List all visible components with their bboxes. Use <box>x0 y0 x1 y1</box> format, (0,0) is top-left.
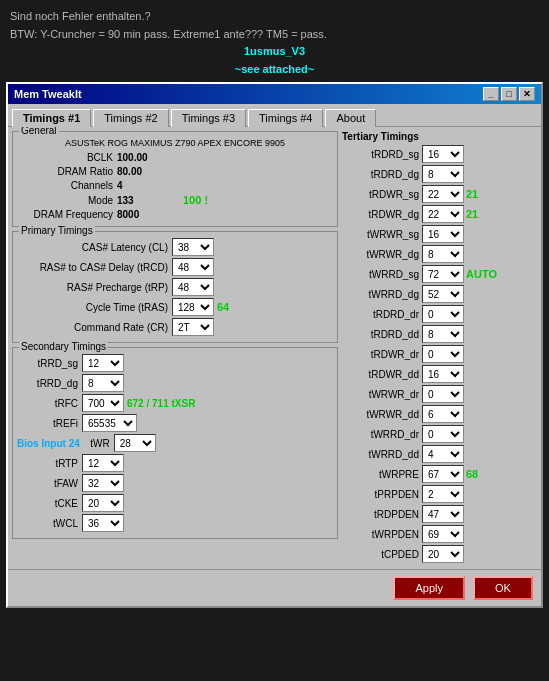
apply-button[interactable]: Apply <box>393 576 465 600</box>
trdpden-select[interactable]: 47 <box>422 505 464 523</box>
trdwr-dd-row: tRDWR_dd 16 <box>342 365 537 383</box>
trdwr-dr-select[interactable]: 0 <box>422 345 464 363</box>
tab-timings2[interactable]: Timings #2 <box>93 109 168 127</box>
tras-label: Cycle Time (tRAS) <box>17 302 172 313</box>
twrrd-dd-select[interactable]: 4 <box>422 445 464 463</box>
twrrd-dg-label: tWRRD_dg <box>342 289 422 300</box>
trtp-select[interactable]: 12 <box>82 454 124 472</box>
tras-override: 64 <box>217 301 229 313</box>
trdwr-dd-select[interactable]: 16 <box>422 365 464 383</box>
secondary-group: Secondary Timings tRRD_sg 12 tRRD_dg 8 t… <box>12 347 338 539</box>
tprpden-row: tPRPDEN 2 <box>342 485 537 503</box>
tfaw-label: tFAW <box>17 478 82 489</box>
minimize-button[interactable]: _ <box>483 87 499 101</box>
twrwr-dr-select[interactable]: 0 <box>422 385 464 403</box>
dram-ratio-row: DRAM Ratio 80.00 <box>17 165 333 177</box>
tab-bar: Timings #1 Timings #2 Timings #3 Timings… <box>8 104 541 126</box>
tab-content: General ASUSTeK ROG MAXIMUS Z790 APEX EN… <box>8 126 541 569</box>
trefi-select[interactable]: 65535 <box>82 414 137 432</box>
trdwr-dr-label: tRDWR_dr <box>342 349 422 360</box>
left-panel: General ASUSTeK ROG MAXIMUS Z790 APEX EN… <box>12 131 338 565</box>
trdrd-dg-select[interactable]: 8 <box>422 165 464 183</box>
trdrd-dg-label: tRDRD_dg <box>342 169 422 180</box>
twrpre-row: tWRPRE 67 68 <box>342 465 537 483</box>
twcl-row: tWCL 36 <box>17 514 333 532</box>
tab-timings1[interactable]: Timings #1 <box>12 109 91 127</box>
trdrd-sg-select[interactable]: 16 <box>422 145 464 163</box>
maximize-button[interactable]: □ <box>501 87 517 101</box>
trfc-label: tRFC <box>17 398 82 409</box>
tcpded-select[interactable]: 20 <box>422 545 464 563</box>
primary-group-label: Primary Timings <box>19 225 95 236</box>
ok-button[interactable]: OK <box>473 576 533 600</box>
close-button[interactable]: ✕ <box>519 87 535 101</box>
line2: BTW: Y-Cruncher = 90 min pass. Extreme1 … <box>10 26 539 44</box>
trp-select[interactable]: 48 <box>172 278 214 296</box>
trdwr-sg-label: tRDWR_sg <box>342 189 422 200</box>
primary-group: Primary Timings CAS# Latency (CL) 38 RAS… <box>12 231 338 343</box>
trdrd-sg-label: tRDRD_sg <box>342 149 422 160</box>
trcd-row: RAS# to CAS# Delay (tRCD) 48 <box>17 258 333 276</box>
mode-value: 133 <box>117 195 177 206</box>
trrd-dg-select[interactable]: 8 <box>82 374 124 392</box>
trdwr-dg-override: 21 <box>466 208 486 220</box>
twrpden-select[interactable]: 69 <box>422 525 464 543</box>
tfaw-row: tFAW 32 <box>17 474 333 492</box>
dram-freq-row: DRAM Frequency 8000 <box>17 208 333 220</box>
tcke-row: tCKE 20 <box>17 494 333 512</box>
bclk-value: 100.00 <box>117 152 177 163</box>
trrd-sg-row: tRRD_sg 12 <box>17 354 333 372</box>
tab-timings4[interactable]: Timings #4 <box>248 109 323 127</box>
trfc-select[interactable]: 700 <box>82 394 124 412</box>
trcd-select[interactable]: 48 <box>172 258 214 276</box>
trdwr-dg-select[interactable]: 22 <box>422 205 464 223</box>
tprpden-select[interactable]: 2 <box>422 485 464 503</box>
tab-about[interactable]: About <box>325 109 376 127</box>
twrrd-sg-row: tWRRD_sg 72 AUTO <box>342 265 537 283</box>
trrd-sg-label: tRRD_sg <box>17 358 82 369</box>
twrwr-dd-select[interactable]: 6 <box>422 405 464 423</box>
twrwr-sg-label: tWRWR_sg <box>342 229 422 240</box>
trrd-sg-select[interactable]: 12 <box>82 354 124 372</box>
trdwr-sg-override: 21 <box>466 188 486 200</box>
twrrd-dg-select[interactable]: 52 <box>422 285 464 303</box>
channels-label: Channels <box>17 180 117 191</box>
trdrd-dd-select[interactable]: 8 <box>422 325 464 343</box>
twr-row: Bios Input 24 tWR 28 <box>17 434 333 452</box>
motherboard-label: ASUSTeK ROG MAXIMUS Z790 APEX ENCORE 990… <box>17 138 333 148</box>
dram-ratio-value: 80.00 <box>117 166 177 177</box>
trdwr-sg-row: tRDWR_sg 22 21 <box>342 185 537 203</box>
tab-timings3[interactable]: Timings #3 <box>171 109 246 127</box>
cr-row: Command Rate (CR) 2T <box>17 318 333 336</box>
twr-select[interactable]: 28 <box>114 434 156 452</box>
trcd-label: RAS# to CAS# Delay (tRCD) <box>17 262 172 273</box>
twrrd-dr-label: tWRRD_dr <box>342 429 422 440</box>
twrrd-sg-select[interactable]: 72 <box>422 265 464 283</box>
twcl-label: tWCL <box>17 518 82 529</box>
tcke-select[interactable]: 20 <box>82 494 124 512</box>
twrpden-row: tWRPDEN 69 <box>342 525 537 543</box>
trp-label: RAS# Precharge (tRP) <box>17 282 172 293</box>
cas-select[interactable]: 38 <box>172 238 214 256</box>
trdrd-sg-row: tRDRD_sg 16 <box>342 145 537 163</box>
trdwr-dg-label: tRDWR_dg <box>342 209 422 220</box>
mode-override: 100 ! <box>183 194 208 206</box>
twrwr-sg-select[interactable]: 16 <box>422 225 464 243</box>
twrwr-dr-row: tWRWR_dr 0 <box>342 385 537 403</box>
tras-select[interactable]: 128 <box>172 298 214 316</box>
trdrd-dr-select[interactable]: 0 <box>422 305 464 323</box>
bclk-label: BCLK <box>17 152 117 163</box>
dram-ratio-label: DRAM Ratio <box>17 166 117 177</box>
tfaw-select[interactable]: 32 <box>82 474 124 492</box>
twrrd-dr-select[interactable]: 0 <box>422 425 464 443</box>
twrrd-sg-label: tWRRD_sg <box>342 269 422 280</box>
twrwr-dg-row: tWRWR_dg 8 <box>342 245 537 263</box>
twcl-select[interactable]: 36 <box>82 514 124 532</box>
trdwr-dr-row: tRDWR_dr 0 <box>342 345 537 363</box>
twrpre-select[interactable]: 67 <box>422 465 464 483</box>
bottom-bar: Apply OK <box>8 569 541 606</box>
trdwr-sg-select[interactable]: 22 <box>422 185 464 203</box>
twrwr-dg-select[interactable]: 8 <box>422 245 464 263</box>
cr-select[interactable]: 2T <box>172 318 214 336</box>
trdrd-dg-row: tRDRD_dg 8 <box>342 165 537 183</box>
